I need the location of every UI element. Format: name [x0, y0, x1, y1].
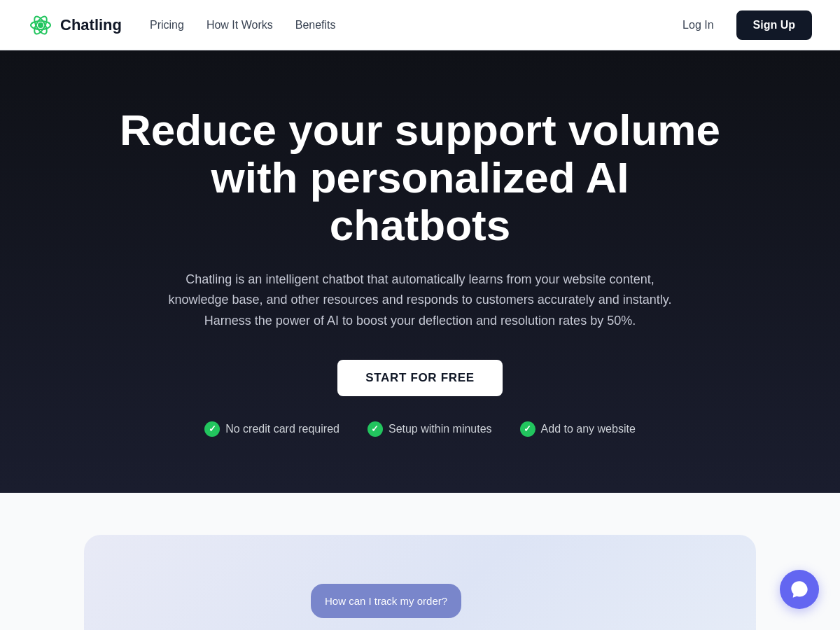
navbar-right: Log In Sign Up [671, 10, 812, 40]
chat-bubble-icon [790, 580, 809, 599]
hero-headline: Reduce your support volume with personal… [119, 106, 721, 250]
demo-col-center: How can I track my order? I'm waiting fo… [311, 570, 548, 630]
logo-text: Chatling [60, 16, 122, 34]
badge-no-credit-card: No credit card required [204, 421, 340, 437]
nav-link-how-it-works[interactable]: How It Works [206, 19, 273, 31]
navbar-left: Chatling Pricing How It Works Benefits [28, 13, 336, 38]
logo-link[interactable]: Chatling [28, 13, 122, 38]
check-icon-3 [520, 421, 536, 437]
nav-link-benefits[interactable]: Benefits [295, 19, 336, 31]
nav-item-pricing[interactable]: Pricing [150, 19, 184, 31]
hero-description: Chatling is an intelligent chatbot that … [154, 270, 686, 332]
hero-badges: No credit card required Setup within min… [204, 421, 636, 437]
badge-add-website: Add to any website [520, 421, 636, 437]
chat-bubble-track: How can I track my order? [311, 584, 461, 618]
demo-bubbles: How do I cancel my subscription? How can… [126, 570, 714, 630]
chat-widget-button[interactable] [780, 570, 819, 609]
check-icon-1 [204, 421, 220, 437]
demo-section: How do I cancel my subscription? How can… [0, 493, 840, 630]
signup-button[interactable]: Sign Up [736, 10, 812, 40]
nav-item-how-it-works[interactable]: How It Works [206, 19, 273, 31]
nav-item-benefits[interactable]: Benefits [295, 19, 336, 31]
nav-links: Pricing How It Works Benefits [150, 19, 336, 31]
hero-section: Reduce your support volume with personal… [0, 50, 840, 493]
cta-button[interactable]: START FOR FREE [337, 360, 503, 396]
check-icon-2 [368, 421, 383, 437]
badge-setup-minutes: Setup within minutes [368, 421, 492, 437]
login-button[interactable]: Log In [671, 13, 724, 37]
navbar: Chatling Pricing How It Works Benefits L… [0, 0, 840, 50]
svg-point-0 [38, 22, 43, 28]
logo-icon [28, 13, 53, 38]
demo-col-left: How do I cancel my subscription? [126, 570, 294, 630]
demo-card: How do I cancel my subscription? How can… [84, 535, 756, 630]
nav-link-pricing[interactable]: Pricing [150, 19, 184, 31]
demo-col-right: What is the refund policy? [565, 570, 714, 630]
